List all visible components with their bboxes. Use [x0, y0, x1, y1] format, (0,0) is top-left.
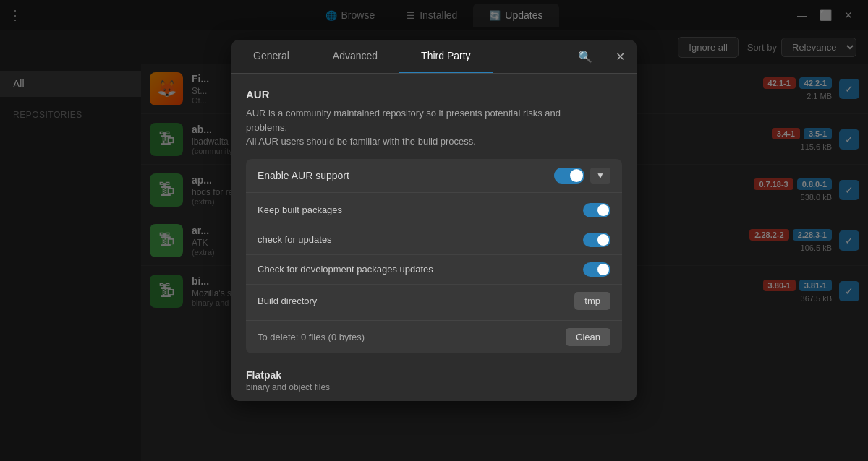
check-updates-toggle[interactable]	[583, 233, 610, 247]
aur-settings-box: Enable AUR support ▼ Keep built packages…	[246, 159, 622, 353]
delete-row: To delete: 0 files (0 bytes) Clean	[246, 320, 622, 353]
search-icon: 🔍	[578, 50, 592, 64]
check-dev-toggle[interactable]	[583, 262, 610, 277]
aur-expand-button[interactable]: ▼	[590, 168, 610, 184]
keep-built-toggle[interactable]	[583, 203, 610, 217]
flatpak-section: Flatpak binary and object files	[231, 361, 637, 401]
keep-built-label: Keep built packages	[258, 204, 583, 215]
tab-third-party[interactable]: Third Party	[399, 40, 492, 73]
check-dev-packages-row: Check for development packages updates	[246, 255, 622, 285]
clean-button[interactable]: Clean	[566, 328, 610, 346]
modal-search-button[interactable]: 🔍	[566, 40, 604, 73]
modal-overlay: General Advanced Third Party 🔍 ✕ AUR AUR…	[0, 0, 868, 461]
tab-general[interactable]: General	[231, 40, 311, 73]
flatpak-desc: binary and object files	[246, 382, 622, 392]
modal-close-button[interactable]: ✕	[604, 40, 637, 73]
enable-aur-row: Enable AUR support ▼	[246, 159, 622, 193]
modal-body: AUR AUR is a community maintained reposi…	[231, 74, 637, 361]
modal-tabs: General Advanced Third Party 🔍 ✕	[231, 40, 637, 74]
enable-aur-toggle[interactable]	[554, 168, 584, 184]
build-dir-button[interactable]: tmp	[574, 292, 610, 310]
delete-text: To delete: 0 files (0 bytes)	[258, 332, 560, 342]
aur-sub-rows: Keep built packages check for updates Ch…	[246, 193, 622, 320]
enable-aur-label: Enable AUR support	[258, 170, 554, 181]
keep-built-row: Keep built packages	[246, 196, 622, 225]
check-updates-row: check for updates	[246, 225, 622, 255]
check-updates-label: check for updates	[258, 234, 583, 245]
close-icon: ✕	[616, 50, 625, 64]
flatpak-title: Flatpak	[246, 369, 622, 381]
build-dir-label: Build directory	[258, 296, 574, 306]
check-dev-packages-label: Check for development packages updates	[258, 264, 583, 275]
aur-section-desc: AUR is a community maintained repository…	[246, 106, 622, 149]
aur-section-title: AUR	[246, 88, 622, 100]
build-dir-row: Build directory tmp	[246, 285, 622, 317]
settings-modal: General Advanced Third Party 🔍 ✕ AUR AUR…	[231, 40, 637, 401]
tab-advanced[interactable]: Advanced	[311, 40, 399, 73]
